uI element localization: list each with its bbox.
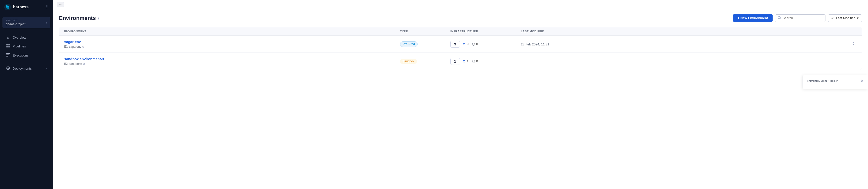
overview-icon: ⌂ <box>6 35 10 39</box>
env-name-cell: sagar-env ID: sagarenv ⧉ <box>64 39 400 49</box>
svg-rect-2 <box>8 45 10 46</box>
grid-icon[interactable]: ⠿ <box>46 5 49 9</box>
breadcrumb-dots[interactable]: ··· <box>57 2 64 7</box>
type-badge: Sandbox <box>400 59 417 64</box>
gear-icon: ⚙ <box>462 42 466 46</box>
new-environment-button[interactable]: + New Environment <box>733 14 773 22</box>
env-id: ID: sagarenv ⧉ <box>64 45 400 49</box>
infra-services: ⚙ 1 <box>462 59 468 63</box>
table-row: sagar-env ID: sagarenv ⧉ Pre-Prod 9 ⚙ 9 <box>59 35 862 53</box>
sort-icon <box>831 16 835 20</box>
row-menu-button[interactable]: ⋮ <box>849 40 858 48</box>
infra-cell: 9 ⚙ 9 ⬡ 0 <box>451 40 521 48</box>
env-name-link[interactable]: sandbox environment-3 <box>64 57 104 61</box>
svg-line-11 <box>780 19 781 19</box>
search-box <box>775 15 826 22</box>
top-bar: ··· <box>53 0 868 9</box>
infra-instances: ⬡ 0 <box>472 59 478 63</box>
col-infrastructure: INFRASTRUCTURE <box>451 30 521 33</box>
project-info: PROJECT chaos-project <box>6 19 25 26</box>
sidebar-item-label: Executions <box>12 54 29 57</box>
deployments-icon <box>6 66 10 71</box>
svg-rect-5 <box>6 53 10 54</box>
sidebar-item-label: Overview <box>12 35 26 39</box>
deployments-expand-icon: › <box>46 67 47 70</box>
nav-items: ⌂ Overview Pipelines Executions Deployme… <box>0 31 53 189</box>
content-area: Environments ℹ + New Environment Last Mo… <box>53 9 868 189</box>
svg-rect-1 <box>6 45 8 46</box>
col-type: TYPE <box>400 30 451 33</box>
page-title-area: Environments ℹ <box>59 15 99 22</box>
project-label: PROJECT <box>6 19 25 22</box>
infra-count: 9 <box>451 40 460 48</box>
nav-divider <box>0 62 53 62</box>
copy-icon[interactable]: ⧉ <box>83 62 85 65</box>
help-panel: ENVIRONMENT HELP ✕ <box>803 75 868 89</box>
close-help-button[interactable]: ✕ <box>861 79 864 83</box>
pipelines-icon <box>6 44 10 49</box>
copy-icon[interactable]: ⧉ <box>82 45 84 49</box>
infra-services: ⚙ 9 <box>462 42 468 46</box>
instance-icon: ⬡ <box>472 59 475 63</box>
svg-rect-4 <box>8 47 10 48</box>
search-icon <box>778 16 781 20</box>
environments-table: ENVIRONMENT TYPE INFRASTRUCTURE LAST MOD… <box>59 27 862 70</box>
page-header: Environments ℹ + New Environment Last Mo… <box>59 14 862 22</box>
help-header: ENVIRONMENT HELP ✕ <box>807 79 864 83</box>
header-actions: + New Environment Last Modified ▾ <box>733 14 862 22</box>
env-id: ID: sandboxe ⧉ <box>64 62 400 65</box>
infra-detail: ⚙ 1 ⬡ 0 <box>462 59 478 63</box>
sidebar-logo: harness ⠿ <box>0 0 53 15</box>
project-selector[interactable]: PROJECT chaos-project › <box>2 17 50 28</box>
infra-instances: ⬡ 0 <box>472 42 478 46</box>
project-chevron-icon: › <box>46 21 47 25</box>
sort-chevron-icon: ▾ <box>857 16 859 20</box>
sidebar-item-pipelines[interactable]: Pipelines <box>2 42 51 51</box>
infra-count: 1 <box>451 58 460 65</box>
sort-button[interactable]: Last Modified ▾ <box>828 15 862 22</box>
info-icon[interactable]: ℹ <box>98 16 99 20</box>
col-environment: ENVIRONMENT <box>64 30 400 33</box>
page-title: Environments <box>59 15 96 22</box>
type-badge: Pre-Prod <box>400 42 417 47</box>
infra-detail: ⚙ 9 ⬡ 0 <box>462 42 478 46</box>
logo-text: harness <box>13 5 28 9</box>
sort-label: Last Modified <box>836 16 856 20</box>
instance-icon: ⬡ <box>472 42 475 46</box>
harness-logo-icon <box>4 3 11 10</box>
last-modified-text: 28 Feb 2024, 11:31 <box>521 43 549 46</box>
executions-icon <box>6 53 10 57</box>
svg-rect-7 <box>6 56 8 56</box>
env-type-cell: Pre-Prod <box>400 42 451 47</box>
svg-rect-6 <box>6 54 9 55</box>
logo-area: harness <box>4 3 28 10</box>
main-content: ··· Environments ℹ + New Environment <box>53 0 868 189</box>
infra-cell: 1 ⚙ 1 ⬡ 0 <box>451 58 521 65</box>
sidebar-item-overview[interactable]: ⌂ Overview <box>2 33 51 42</box>
sidebar-item-executions[interactable]: Executions <box>2 51 51 60</box>
sidebar-item-label: Deployments <box>12 66 32 71</box>
table-row: sandbox environment-3 ID: sandboxe ⧉ San… <box>59 53 862 70</box>
env-name-link[interactable]: sagar-env <box>64 40 81 44</box>
search-input[interactable] <box>783 16 823 20</box>
svg-rect-3 <box>6 47 8 48</box>
env-name-cell: sandbox environment-3 ID: sandboxe ⧉ <box>64 57 400 65</box>
table-header: ENVIRONMENT TYPE INFRASTRUCTURE LAST MOD… <box>59 27 862 35</box>
col-last-modified: LAST MODIFIED <box>521 30 857 33</box>
last-modified-cell: 28 Feb 2024, 11:31 <box>521 42 857 47</box>
svg-point-9 <box>7 68 9 69</box>
gear-icon: ⚙ <box>462 59 466 63</box>
env-type-cell: Sandbox <box>400 59 451 64</box>
sidebar-item-deployments[interactable]: Deployments › <box>2 64 51 73</box>
project-name: chaos-project <box>6 22 25 26</box>
sidebar-item-label: Pipelines <box>12 45 26 48</box>
help-title: ENVIRONMENT HELP <box>807 80 838 82</box>
sidebar: harness ⠿ PROJECT chaos-project › ⌂ Over… <box>0 0 53 189</box>
